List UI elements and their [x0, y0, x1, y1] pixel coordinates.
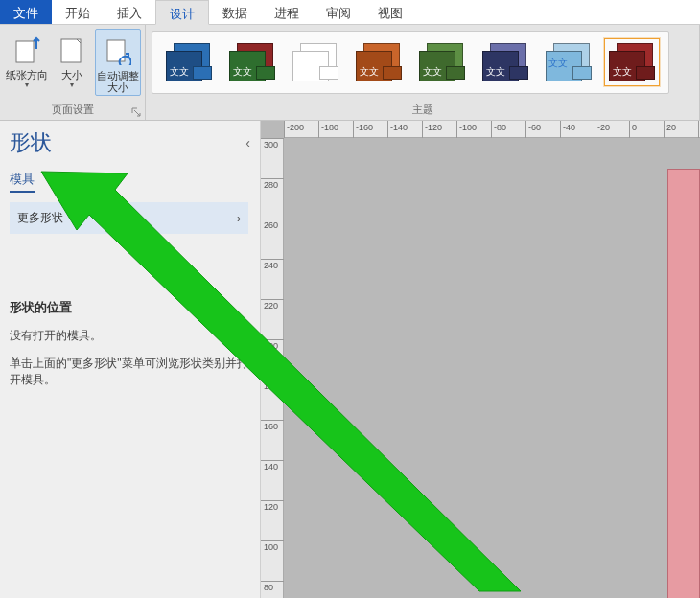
ruler-tick: 160	[261, 420, 284, 421]
orientation-button[interactable]: 纸张方向 ▾	[4, 29, 50, 92]
ribbon-tabs: 文件 开始 插入 设计 数据 进程 审阅 视图	[0, 0, 700, 25]
theme-item-lightblue[interactable]: 文文	[542, 39, 595, 85]
ruler-tick: 80	[261, 581, 284, 582]
tab-review[interactable]: 审阅	[313, 0, 364, 24]
group-themes: 文文 主题	[146, 25, 700, 120]
ruler-tick: -140	[387, 121, 388, 138]
shapes-pane: 形状 ‹ 模具 搜索 更多形状 › 形状的位置 没有打开的模具。 单击上面的"更…	[0, 121, 261, 598]
group-page-setup-label: 页面设置	[0, 101, 145, 120]
pane-tab-search[interactable]: 搜索	[52, 171, 77, 193]
svg-rect-1	[61, 39, 81, 62]
tab-data[interactable]: 数据	[209, 0, 261, 24]
group-themes-label: 主题	[146, 101, 699, 120]
ribbon: 纸张方向 ▾ 大小 ▾	[0, 25, 700, 121]
tab-design[interactable]: 设计	[155, 0, 209, 25]
tab-view[interactable]: 视图	[364, 0, 416, 24]
ruler-tick: -60	[525, 121, 526, 138]
drawing-canvas[interactable]	[284, 138, 700, 598]
ruler-tick: 300	[261, 138, 284, 139]
theme-item-navy[interactable]	[478, 39, 532, 85]
dropdown-icon: ▾	[25, 81, 29, 90]
svg-rect-0	[16, 41, 34, 62]
horizontal-ruler: -200-180-160-140-120-100-80-60-40-200204	[284, 121, 700, 138]
ruler-tick: -200	[284, 121, 285, 138]
ruler-tick: -40	[560, 121, 561, 138]
autofit-label: 自动调整 大小	[97, 70, 139, 93]
theme-gallery[interactable]: 文文	[152, 31, 669, 94]
ruler-tick: 140	[261, 460, 284, 461]
ruler-tick: -160	[353, 121, 354, 138]
size-button[interactable]: 大小 ▾	[50, 29, 96, 92]
ruler-tick: 120	[261, 500, 284, 501]
ruler-tick: 20	[664, 121, 665, 138]
page-shape[interactable]	[667, 169, 700, 598]
theme-item-maroon[interactable]	[605, 39, 659, 85]
size-icon	[59, 31, 84, 69]
chevron-left-icon: ‹	[245, 135, 250, 150]
pane-tab-stencil[interactable]: 模具	[10, 171, 35, 193]
vertical-ruler: 30028026024022020018016014012010080	[261, 138, 284, 598]
theme-item-orange[interactable]	[352, 39, 406, 85]
tab-insert[interactable]: 插入	[104, 0, 155, 24]
ruler-tick: 220	[261, 299, 284, 300]
ruler-tick: 4	[698, 121, 699, 138]
workspace: 形状 ‹ 模具 搜索 更多形状 › 形状的位置 没有打开的模具。 单击上面的"更…	[0, 121, 700, 598]
shapes-pane-title: 形状	[10, 128, 52, 157]
dialog-launcher-icon[interactable]	[131, 107, 141, 117]
ruler-tick: 240	[261, 259, 284, 260]
autofit-icon	[105, 32, 131, 70]
group-page-setup: 纸张方向 ▾ 大小 ▾	[0, 25, 146, 120]
orientation-label: 纸张方向	[6, 69, 48, 80]
chevron-right-icon: ›	[237, 212, 241, 225]
tab-process[interactable]: 进程	[261, 0, 313, 24]
ruler-tick: -80	[491, 121, 492, 138]
shape-position-title: 形状的位置	[10, 299, 254, 316]
ruler-tick: -100	[456, 121, 457, 138]
dropdown-icon: ▾	[70, 81, 74, 90]
autofit-button[interactable]: 自动调整 大小	[95, 29, 141, 96]
tab-file[interactable]: 文件	[0, 0, 52, 24]
more-shapes-button[interactable]: 更多形状 ›	[10, 202, 248, 234]
ruler-tick: 100	[261, 540, 284, 541]
collapse-pane-button[interactable]: ‹	[242, 131, 254, 154]
svg-rect-2	[107, 40, 125, 61]
theme-item-redgreen[interactable]	[225, 39, 279, 85]
ruler-tick: 180	[261, 380, 284, 380]
theme-item-green[interactable]	[415, 39, 469, 85]
size-label: 大小	[61, 69, 82, 80]
ruler-tick: -20	[595, 121, 595, 138]
more-shapes-label: 更多形状	[17, 210, 63, 226]
theme-item-blue[interactable]	[162, 39, 216, 85]
canvas-area[interactable]: -200-180-160-140-120-100-80-60-40-200204…	[261, 121, 700, 598]
ruler-tick: 260	[261, 218, 284, 219]
ruler-tick: -180	[318, 121, 319, 138]
no-stencil-text: 没有打开的模具。	[10, 328, 254, 344]
theme-item-white[interactable]	[289, 39, 342, 85]
ruler-tick: 280	[261, 178, 284, 179]
ruler-tick: 200	[261, 339, 284, 340]
ruler-tick: -120	[422, 121, 423, 138]
orientation-icon	[13, 31, 40, 69]
ruler-tick: 0	[629, 121, 630, 138]
tab-home[interactable]: 开始	[52, 0, 104, 24]
stencil-hint-text: 单击上面的"更多形状"菜单可浏览形状类别并打开模具。	[10, 356, 254, 388]
